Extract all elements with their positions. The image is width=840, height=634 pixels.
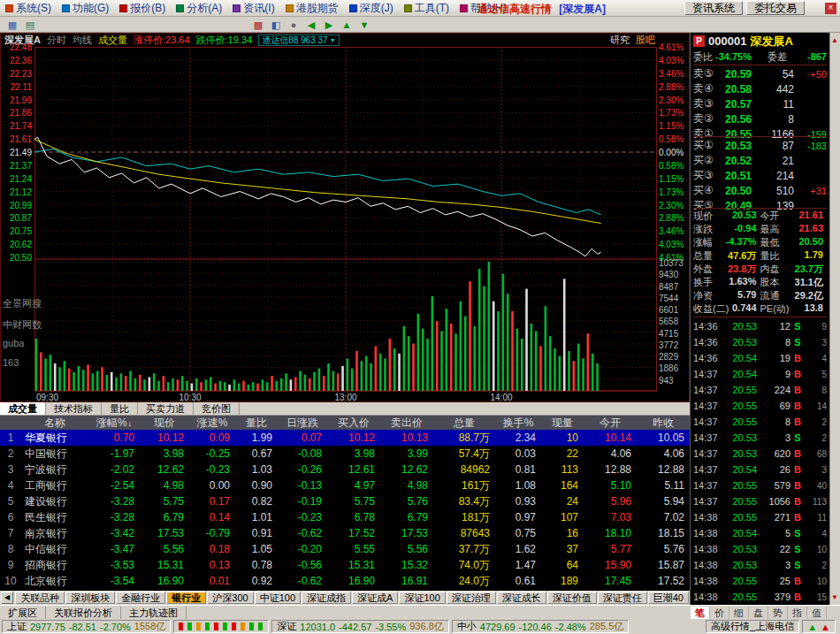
top-button-1[interactable]: 资讯系统 (684, 1, 743, 15)
column-header-12[interactable]: 今开 (584, 416, 637, 430)
buy-queue-level-4[interactable]: 买④20.50510+31 (693, 183, 827, 198)
stock-row-8[interactable]: 8中信银行-3.475.560.181.05-0.205.555.5637.7万… (0, 541, 690, 557)
sector-tab-8[interactable]: 深证成A (352, 592, 398, 604)
sector-tab-13[interactable]: 深证责任 (598, 592, 647, 604)
toolbar-icon-5[interactable]: ▶ (321, 18, 337, 32)
status-top-button-3[interactable]: 主力轨迹图 (121, 607, 187, 619)
stock-row-9[interactable]: 9招商银行-3.5315.310.130.78-0.5615.3115.3274… (0, 557, 690, 573)
indicator-tab-1[interactable]: 成交量 (0, 402, 46, 415)
sell-queue-level-4[interactable]: 卖②20.568 (693, 111, 827, 126)
sector-tab-5[interactable]: 沪深300 (207, 592, 253, 604)
column-header-2[interactable]: 涨幅%↓ (88, 416, 140, 430)
indicator-tab-5[interactable]: 竞价图 (194, 402, 240, 415)
stock-row-1[interactable]: 1华夏银行0.7010.120.091.990.0710.1210.1388.7… (0, 430, 690, 446)
cell: 6.79 (140, 509, 189, 525)
side-link-4[interactable]: 163 (3, 357, 19, 368)
chart-mode-intraday[interactable]: 分时 (47, 34, 66, 47)
panel-tab-7[interactable]: 值 (807, 607, 827, 619)
ad-dropdown[interactable]: 通达信88 963 37▼ (258, 34, 339, 46)
menu-item-7[interactable]: 深度(J) (344, 0, 399, 16)
chart-mode-volume[interactable]: 成交量 (98, 34, 127, 47)
sector-tab-14[interactable]: 巨潮40 (648, 592, 689, 604)
menu-item-5[interactable]: 资讯(I) (227, 0, 279, 16)
stock-row-4[interactable]: 4工商银行-2.544.980.000.90-0.134.974.98161万1… (0, 477, 690, 493)
strip-down-icon[interactable]: ▼ (831, 593, 838, 601)
panel-tab-1[interactable]: 笔 (691, 607, 710, 619)
scroll-left-button[interactable]: ◀ (1, 592, 13, 604)
stock-row-3[interactable]: 3宁波银行-2.0212.62-0.231.03-0.2612.6112.628… (0, 462, 690, 477)
indicator-tab-4[interactable]: 买卖力道 (138, 402, 194, 415)
indicator-tab-2[interactable]: 技术指标 (46, 402, 102, 415)
buy-queue-level-1[interactable]: 买①20.5387-183 (693, 138, 827, 153)
column-header-3[interactable]: 现价 (140, 416, 189, 430)
panel-tab-2[interactable]: 价 (710, 607, 729, 619)
stock-row-6[interactable]: 6民生银行-3.286.790.141.01-0.236.786.79181万0… (0, 509, 690, 525)
column-header-1[interactable]: 名称 (21, 416, 88, 430)
chart-mode-average[interactable]: 均线 (73, 34, 92, 47)
panel-tab-4[interactable]: 盘 (749, 607, 768, 619)
status-top-button-2[interactable]: 关联报价分析 (46, 607, 121, 619)
stock-row-10[interactable]: 10北京银行-3.5416.900.010.92-0.6216.9016.912… (0, 573, 690, 589)
sector-tab-9[interactable]: 深证100 (399, 592, 445, 604)
stock-row-5[interactable]: 5建设银行-3.285.750.170.82-0.195.755.7683.4万… (0, 493, 690, 509)
menu-item-2[interactable]: 功能(G) (57, 0, 114, 16)
menu-item-8[interactable]: 工具(T) (399, 0, 454, 16)
sector-tab-3[interactable]: 金融行业 (116, 592, 165, 604)
column-header-5[interactable]: 量比 (235, 416, 278, 430)
toolbar-icon-2[interactable]: ◧ (268, 18, 284, 32)
stock-row-2[interactable]: 2中国银行-1.973.98-0.250.67-0.083.983.9957.4… (0, 446, 690, 462)
buy-queue-level-2[interactable]: 买②20.5221 (693, 153, 827, 168)
column-header-7[interactable]: 买入价 (327, 416, 380, 430)
column-header-4[interactable]: 涨速% (189, 416, 235, 430)
column-header-9[interactable]: 总量 (433, 416, 495, 430)
sector-tab-10[interactable]: 深证治理 (447, 592, 496, 604)
status-arrow-icon-1[interactable]: ▲ (807, 622, 817, 632)
sector-tab-4[interactable]: 银行业 (166, 592, 206, 604)
close-icon[interactable]: × (825, 3, 836, 14)
research-link[interactable]: 研究 (610, 34, 630, 47)
sector-tab-7[interactable]: 深证成指 (302, 592, 351, 604)
column-header-10[interactable]: 换手% (495, 416, 541, 430)
panel-tab-3[interactable]: 细 (729, 607, 749, 619)
column-header-11[interactable]: 现量 (541, 416, 584, 430)
sector-tab-11[interactable]: 深证成长 (497, 592, 546, 604)
indicator-tab-3[interactable]: 量比 (102, 402, 138, 415)
sector-tab-1[interactable]: 关联品种 (15, 592, 65, 604)
stock-code[interactable]: 000001 (708, 34, 746, 48)
side-link-1[interactable]: 全景网搜 (3, 297, 42, 310)
stock-row-7[interactable]: 7南京银行-3.4217.53-0.790.91-0.6217.5217.538… (0, 525, 690, 541)
sell-queue-level-3[interactable]: 卖③20.5711 (693, 96, 827, 111)
menu-item-6[interactable]: 港股期货 (280, 0, 344, 16)
menu-item-3[interactable]: 报价(B) (114, 0, 171, 16)
panel-tab-5[interactable]: 势 (768, 607, 788, 619)
column-header-6[interactable]: 日涨跌 (278, 416, 327, 430)
top-button-2[interactable]: 委托交易 (746, 1, 805, 15)
stock-name[interactable]: 深发展A (750, 34, 792, 50)
status-top-button-1[interactable]: 扩展区 (0, 607, 46, 619)
sector-tab-6[interactable]: 中证100 (255, 592, 301, 604)
toolbar-left-icon-2[interactable]: ▤ (22, 18, 38, 32)
toolbar-left-icon-1[interactable]: ▦ (4, 18, 20, 32)
toolbar-icon-6[interactable]: ▲ (339, 18, 355, 32)
buy-queue-level-3[interactable]: 买③20.51214 (693, 168, 827, 183)
panel-tab-6[interactable]: 指 (788, 607, 807, 619)
strip-up-icon[interactable]: ▲ (831, 36, 838, 44)
menu-item-1[interactable]: 系统(S) (0, 0, 57, 16)
toolbar-icon-3[interactable]: ● (286, 18, 302, 32)
toolbar-icon-7[interactable]: ▼ (356, 18, 372, 32)
sector-tab-12[interactable]: 深证价值 (547, 592, 597, 604)
chart-plot-area[interactable] (34, 47, 657, 393)
guba-link[interactable]: 股吧 (636, 34, 655, 47)
sector-tab-2[interactable]: 深圳板块 (65, 592, 115, 604)
status-arrow-icon-2[interactable]: ▲ (821, 622, 830, 632)
side-link-2[interactable]: 中财网数 (3, 318, 42, 332)
toolbar-icon-4[interactable]: ◀ (303, 18, 319, 32)
toolbar-icon-1[interactable]: ▩ (250, 18, 266, 32)
side-link-3[interactable]: guba (3, 338, 24, 348)
menu-item-4[interactable]: 分析(A) (171, 0, 227, 16)
sell-queue-level-2[interactable]: 卖④20.58442 (693, 81, 827, 96)
column-header-13[interactable]: 昨收 (637, 416, 690, 430)
sell-queue-level-1[interactable]: 卖⑤20.5954+50 (693, 66, 827, 81)
column-header-0[interactable] (0, 416, 21, 430)
column-header-8[interactable]: 卖出价 (380, 416, 433, 430)
